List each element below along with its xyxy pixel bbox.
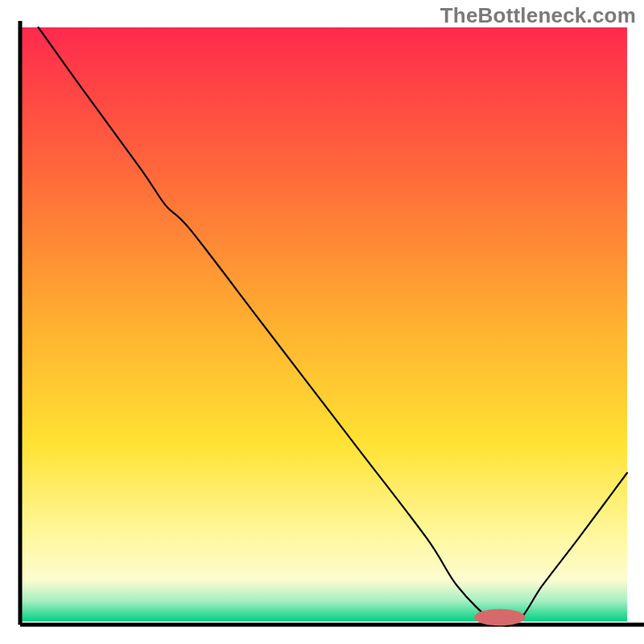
watermark-text: TheBottleneck.com xyxy=(440,3,636,28)
bottleneck-chart xyxy=(0,0,644,644)
optimal-point-marker xyxy=(474,609,525,626)
chart-gradient-background xyxy=(20,27,627,621)
